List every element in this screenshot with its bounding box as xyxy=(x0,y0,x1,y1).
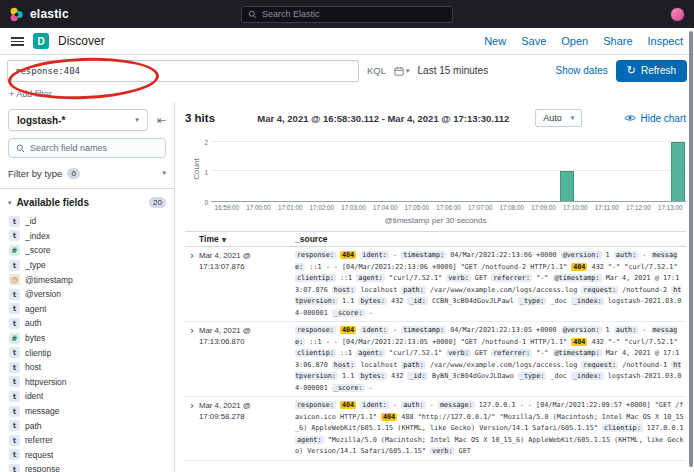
field-item-_index[interactable]: t_index xyxy=(8,229,166,244)
field-type-icon: t xyxy=(9,435,20,446)
field-name: httpversion xyxy=(25,377,67,387)
header-action-inspect[interactable]: Inspect xyxy=(648,35,683,47)
field-item-response[interactable]: tresponse xyxy=(8,462,166,472)
main-area: logstash-* ▾ ⇤ Search field names Filter… xyxy=(0,102,694,472)
document-row: ›Mar 4, 2021 @ 17:09:58.278response: 404… xyxy=(185,397,686,461)
field-item-httpversion[interactable]: thttpversion xyxy=(8,375,166,390)
field-item-_type[interactable]: t_type xyxy=(8,258,166,273)
field-item-agent[interactable]: tagent xyxy=(8,302,166,317)
field-item-path[interactable]: tpath xyxy=(8,418,166,433)
field-type-icon: t xyxy=(9,406,20,417)
header-action-save[interactable]: Save xyxy=(521,35,546,47)
header-action-new[interactable]: New xyxy=(484,35,506,47)
page-title: Discover xyxy=(58,34,105,48)
field-item-_score[interactable]: #_score xyxy=(8,243,166,258)
add-filter-button[interactable]: + Add filter xyxy=(9,89,52,99)
y-tick-label: 1 xyxy=(204,169,208,176)
global-search-placeholder: Search Elastic xyxy=(262,9,320,19)
calendar-icon xyxy=(394,66,404,76)
query-text: response:404 xyxy=(15,66,80,76)
source-field-key: timestamp: xyxy=(401,251,446,259)
chrome-header: D Discover NewSaveOpenShareInspect xyxy=(0,28,694,55)
filter-by-type[interactable]: Filter by type 0 ▾ xyxy=(8,165,166,181)
source-field-key: bytes: xyxy=(358,372,387,380)
field-type-icon: t xyxy=(9,347,20,358)
x-tick-label: 17:01:00 xyxy=(278,204,303,211)
x-tick-label: 17:09:00 xyxy=(531,204,556,211)
field-search-input[interactable]: Search field names xyxy=(8,138,166,158)
field-name: @timestamp xyxy=(25,275,73,285)
field-item-request[interactable]: trequest xyxy=(8,448,166,463)
y-tick-label: 0 xyxy=(204,199,208,206)
search-icon xyxy=(248,10,257,19)
field-item-version[interactable]: t@version xyxy=(8,287,166,302)
available-fields-header[interactable]: ▾ Available fields 20 xyxy=(8,194,166,211)
kql-language-button[interactable]: KQL xyxy=(367,65,386,76)
source-column-header: _source xyxy=(295,234,686,244)
source-field-key: ident: xyxy=(360,401,389,409)
expand-row-icon[interactable]: › xyxy=(185,400,199,411)
sort-desc-icon: ▼ xyxy=(222,236,227,243)
field-type-icon: t xyxy=(9,303,20,314)
app-badge-discover[interactable]: D xyxy=(33,33,49,49)
time-range-button[interactable]: Last 15 minutes xyxy=(418,65,489,76)
field-item-auth[interactable]: tauth xyxy=(8,316,166,331)
date-quick-select[interactable]: ▾ xyxy=(394,66,410,76)
field-item-host[interactable]: thost xyxy=(8,360,166,375)
field-type-icon: t xyxy=(9,449,20,460)
field-item-timestamp[interactable]: ◷@timestamp xyxy=(8,272,166,287)
sidebar-divider xyxy=(0,188,174,189)
interval-value: Auto xyxy=(543,113,562,123)
field-name: message xyxy=(25,406,60,416)
field-item-_id[interactable]: t_id xyxy=(8,214,166,229)
source-field-key: request: xyxy=(581,286,618,294)
source-field-key: timestamp: xyxy=(401,326,446,334)
header-action-share[interactable]: Share xyxy=(603,35,632,47)
expand-row-icon[interactable]: › xyxy=(185,250,199,261)
highlighted-value: 404 xyxy=(340,401,356,409)
refresh-icon: ↻ xyxy=(627,65,636,76)
x-tick-label: 17:12:00 xyxy=(626,204,651,211)
show-dates-button[interactable]: Show dates xyxy=(556,65,608,76)
field-name: host xyxy=(25,362,41,372)
expand-row-icon[interactable]: › xyxy=(185,325,199,336)
histogram-bar[interactable] xyxy=(560,171,574,201)
menu-icon[interactable] xyxy=(11,37,24,46)
field-name: referrer xyxy=(25,435,53,445)
hide-chart-button[interactable]: Hide chart xyxy=(624,113,686,124)
collapse-sidebar-icon[interactable]: ⇤ xyxy=(157,114,166,127)
chart-plot-area[interactable] xyxy=(211,136,686,202)
index-pattern-select[interactable]: logstash-* ▾ xyxy=(8,109,148,131)
user-avatar[interactable] xyxy=(670,7,685,22)
elastic-brand[interactable]: elastic xyxy=(9,7,69,22)
histogram-bar[interactable] xyxy=(671,142,685,201)
source-field-key: host: xyxy=(332,286,356,294)
x-ticks: 16:59:0017:00:0017:01:0017:02:0017:03:00… xyxy=(211,204,686,213)
row-source: response: 404 ident: - auth: - message: … xyxy=(295,400,686,458)
field-type-icon: t xyxy=(9,318,20,329)
document-row: ›Mar 4, 2021 @ 17:13:06.870response: 404… xyxy=(185,322,686,397)
interval-select[interactable]: Auto ▾ xyxy=(535,109,582,127)
gridline xyxy=(211,141,686,142)
header-action-open[interactable]: Open xyxy=(561,35,588,47)
refresh-button[interactable]: ↻ Refresh xyxy=(616,60,687,82)
scrollbar[interactable] xyxy=(689,31,693,467)
field-item-bytes[interactable]: #bytes xyxy=(8,331,166,346)
fields-list: t_idt_index#_scoret_type◷@timestampt@ver… xyxy=(8,214,166,472)
source-field-key: _id: xyxy=(407,297,427,305)
highlighted-value: 404 xyxy=(381,413,397,421)
source-field-key: verb: xyxy=(430,447,454,455)
available-fields-label: Available fields xyxy=(17,197,89,208)
y-tick-label: 2 xyxy=(204,139,208,146)
field-item-message[interactable]: tmessage xyxy=(8,404,166,419)
time-column-header[interactable]: Time ▼ xyxy=(199,234,295,244)
source-field-key: _type: xyxy=(518,297,547,305)
query-input[interactable]: response:404 xyxy=(7,60,359,82)
field-item-clientip[interactable]: tclientip xyxy=(8,345,166,360)
field-name: request xyxy=(25,450,53,460)
source-field-key: verb: xyxy=(446,274,470,282)
source-field-key: referrer: xyxy=(491,274,532,282)
global-search-input[interactable]: Search Elastic xyxy=(241,6,453,23)
field-item-referrer[interactable]: treferrer xyxy=(8,433,166,448)
field-item-ident[interactable]: tident xyxy=(8,389,166,404)
